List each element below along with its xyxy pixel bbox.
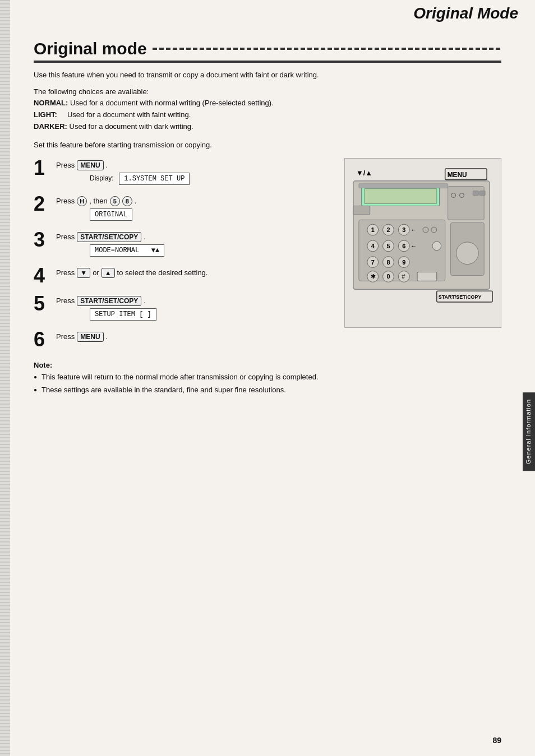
svg-text:6: 6: [402, 243, 405, 249]
step-6: 6 Press MENU .: [34, 330, 333, 350]
diagram-column: ▼/▲ MENU: [344, 158, 501, 398]
svg-text:←: ←: [411, 226, 417, 233]
page: Original Mode Original mode Use this fea…: [0, 0, 535, 756]
step-1-menu-key: MENU: [77, 160, 103, 170]
svg-text:3: 3: [402, 226, 405, 233]
svg-text:0: 0: [387, 273, 390, 280]
steps-column: 1 Press MENU . Display: 1.SYSTEM SET UP …: [34, 158, 333, 398]
step-2-then: , then: [89, 197, 108, 205]
step-4-instruction: Press ▼ or ▲ to select the desired setti…: [56, 268, 333, 278]
step-5-display-value: SETUP ITEM [ ]: [90, 308, 156, 321]
svg-rect-41: [417, 272, 437, 281]
step-2: 2 Press H , then 5 8 . ORIGINAL: [34, 194, 333, 222]
note-item-2: These settings are available in the stan…: [34, 384, 333, 396]
step-4-content: Press ▼ or ▲ to select the desired setti…: [56, 266, 333, 278]
sidebar-tab: General Information: [523, 392, 535, 471]
step-5-instruction: Press START/SET/COPY .: [56, 296, 333, 306]
set-note: Set this feature before starting transmi…: [34, 141, 501, 149]
step-1-display-value: 1.SYSTEM SET UP: [119, 173, 190, 185]
step-2-number: 2: [34, 194, 50, 214]
svg-text:1: 1: [371, 226, 375, 233]
step-2-h-key: H: [77, 196, 87, 206]
step-3-mode-display: MODE=NORMAL ▼▲: [90, 243, 333, 258]
svg-point-43: [456, 242, 479, 265]
step-3-display-area: MODE=NORMAL ▼▲: [90, 243, 333, 258]
svg-text:✱: ✱: [371, 273, 376, 280]
step-6-instruction: Press MENU .: [56, 332, 333, 342]
step-4-number: 4: [34, 266, 50, 286]
step-6-number: 6: [34, 330, 50, 350]
step-4-rest: to select the desired setting.: [117, 268, 208, 277]
svg-text:9: 9: [402, 258, 405, 265]
nav-arrows-label: ▼/▲: [356, 169, 372, 177]
step-2-instruction: Press H , then 5 8 .: [56, 196, 333, 206]
svg-text:2: 2: [387, 226, 390, 233]
step-2-display-area: ORIGINAL: [90, 207, 333, 222]
step-5-content: Press START/SET/COPY . SETUP ITEM [ ]: [56, 294, 333, 322]
step-6-content: Press MENU .: [56, 330, 333, 342]
step-5: 5 Press START/SET/COPY . SETUP ITEM [ ]: [34, 294, 333, 322]
svg-text:START/SET/COPY: START/SET/COPY: [439, 294, 482, 300]
svg-rect-7: [479, 191, 485, 195]
note-item-1: This feature will return to the normal m…: [34, 372, 333, 383]
svg-text:5: 5: [387, 243, 390, 249]
step-4-down-arrow: ▼: [77, 268, 90, 278]
svg-rect-6: [473, 191, 478, 195]
step-2-key3: 8: [122, 196, 132, 206]
choice-normal-label: NORMAL:: [34, 99, 68, 107]
choice-light: LIGHT: Used for a document with faint wr…: [34, 109, 501, 121]
step-1-number: 1: [34, 158, 50, 178]
left-decorative-border: [0, 0, 10, 756]
menu-label: MENU: [448, 171, 467, 179]
main-content: 1 Press MENU . Display: 1.SYSTEM SET UP …: [34, 158, 501, 398]
step-6-press-label: Press: [56, 332, 75, 341]
svg-text:7: 7: [371, 258, 375, 265]
choice-darker: DARKER: Used for a document with dark wr…: [34, 121, 501, 133]
svg-text:#: #: [402, 273, 405, 280]
step-2-display-value: ORIGINAL: [90, 208, 132, 221]
note-title: Note:: [34, 361, 333, 369]
step-1-display-area: Display: 1.SYSTEM SET UP: [90, 171, 333, 186]
choices-section: The following choices are available: NOR…: [34, 86, 501, 133]
note-list: This feature will return to the normal m…: [34, 372, 333, 396]
page-title: Original mode: [34, 39, 501, 63]
step-1-press-label: Press: [56, 161, 75, 169]
note-section: Note: This feature will return to the no…: [34, 361, 333, 396]
fax-machine-svg: ▼/▲ MENU: [350, 164, 495, 320]
step-2-press-label: Press: [56, 197, 75, 205]
step-5-start-key: START/SET/COPY: [77, 296, 141, 306]
svg-text:8: 8: [387, 258, 390, 265]
choice-darker-text: Used for a document with dark writing.: [70, 122, 193, 131]
step-3-start-key: START/SET/COPY: [77, 232, 141, 242]
choice-light-label: LIGHT:: [34, 110, 57, 119]
svg-rect-3: [365, 188, 437, 203]
step-2-content: Press H , then 5 8 . ORIGINAL: [56, 194, 333, 222]
svg-text:←: ←: [411, 243, 417, 249]
svg-rect-4: [359, 183, 448, 188]
svg-point-28: [432, 242, 441, 251]
choice-normal: NORMAL: Used for a document with normal …: [34, 98, 501, 109]
choice-light-text: Used for a document with faint writing.: [67, 110, 191, 119]
step-1: 1 Press MENU . Display: 1.SYSTEM SET UP: [34, 158, 333, 186]
intro-text: Use this feature when you need to transm…: [34, 69, 501, 81]
step-1-display-label: Display:: [90, 174, 114, 182]
choice-darker-label: DARKER:: [34, 122, 67, 131]
step-3: 3 Press START/SET/COPY . MODE=NORMAL ▼▲: [34, 230, 333, 258]
step-3-instruction: Press START/SET/COPY .: [56, 232, 333, 242]
choice-normal-text: Used for a document with normal writing …: [70, 99, 274, 107]
step-5-press-label: Press: [56, 296, 75, 305]
choices-header: The following choices are available:: [34, 86, 501, 98]
step-4-press-label: Press: [56, 268, 75, 277]
step-1-content: Press MENU . Display: 1.SYSTEM SET UP: [56, 158, 333, 186]
step-3-arrows: ▼▲: [151, 247, 159, 254]
page-header-title: Original Mode: [413, 4, 518, 22]
device-diagram: ▼/▲ MENU: [344, 158, 501, 328]
svg-rect-10: [353, 206, 370, 215]
step-6-menu-key: MENU: [77, 332, 103, 342]
page-number: 89: [492, 736, 501, 745]
step-3-content: Press START/SET/COPY . MODE=NORMAL ▼▲: [56, 230, 333, 258]
step-3-press-label: Press: [56, 233, 75, 241]
step-4: 4 Press ▼ or ▲ to select the desired set…: [34, 266, 333, 286]
step-2-key2: 5: [110, 196, 120, 206]
step-3-display-value: MODE=NORMAL ▼▲: [90, 244, 164, 257]
